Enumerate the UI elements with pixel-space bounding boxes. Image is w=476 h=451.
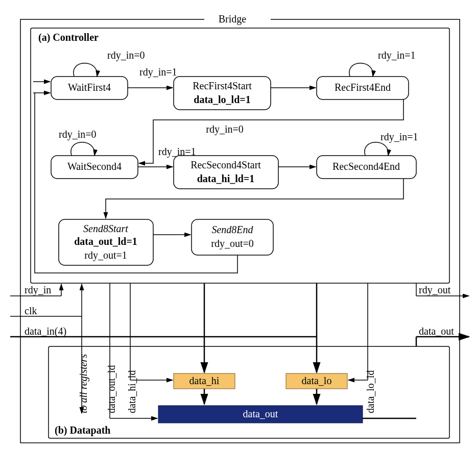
sig-data-lo-ld: data_lo_ld [365,370,376,413]
waitsecond4-selfloop: rdy_in=0 [59,129,97,140]
recsecond4start-name: RecSecond4Start [191,159,261,170]
send8end-name: Send8End [211,224,253,235]
reg-data-lo-label: data_lo [302,375,332,386]
signal-data-out: data_out [419,325,454,337]
recsecond4end-name: RecSecond4End [332,161,400,172]
waitfirst4-out: rdy_in=1 [139,66,177,78]
reg-data-out-label: data_out [243,408,278,419]
send8end-action: rdy_out=0 [211,238,254,249]
reg-data-hi-label: data_hi [189,375,220,386]
recfirst4end-out: rdy_in=0 [206,123,244,135]
sig-data-out-ld: data_out_ld [106,365,117,413]
waitsecond4-out: rdy_in=1 [158,146,196,158]
send8start-action1: data_out_ld=1 [74,236,137,247]
recfirst4start-name: RecFirst4Start [193,80,252,91]
waitsecond4-name: WaitSecond4 [67,161,122,172]
send8start-action2: rdy_out=1 [84,249,127,261]
send8start-name: Send8Start [83,223,128,234]
datapath-label: (b) Datapath [55,424,110,436]
recfirst4end-selfloop: rdy_in=1 [378,49,416,61]
recsecond4start-action: data_hi_ld=1 [197,173,255,184]
signal-rdy-in: rdy_in [25,284,51,296]
signal-rdy-out: rdy_out [419,284,451,296]
signal-data-in: data_in(4) [25,325,66,337]
controller-label: (a) Controller [38,32,99,43]
signal-clk: clk [25,305,37,316]
bridge-diagram: Bridge (a) Controller WaitFirst4 rdy_in=… [10,10,470,449]
recfirst4start-action: data_lo_ld=1 [194,94,250,105]
recsecond4end-selfloop: rdy_in=1 [380,131,418,143]
sig-data-hi-ld: data_hi_ld [126,370,137,413]
to-all-registers: to all registers [78,354,89,413]
state-waitfirst4-name: WaitFirst4 [68,82,111,93]
recfirst4end-name: RecFirst4End [335,82,391,93]
waitfirst4-selfloop: rdy_in=0 [107,49,145,61]
bridge-title: Bridge [219,13,247,25]
